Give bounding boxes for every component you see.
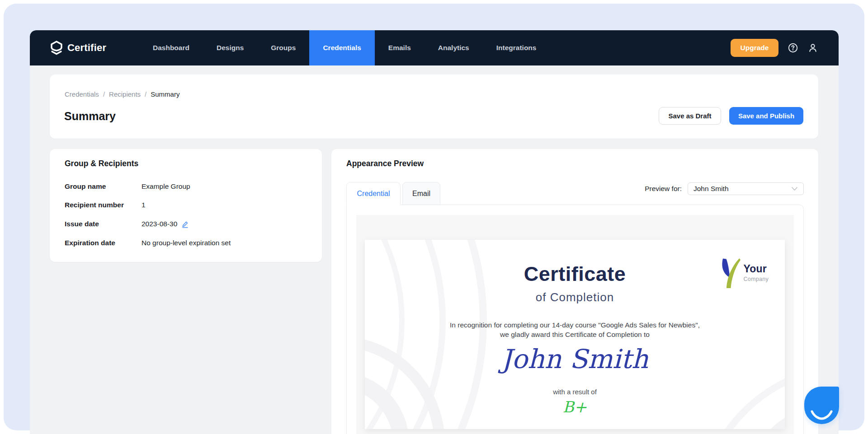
group-recipients-title: Group & Recipients: [65, 159, 138, 168]
chevron-down-icon: [791, 185, 798, 193]
certificate-body-line1: In recognition for completing our 14-day…: [365, 320, 785, 330]
expiration-date-label: Expiration date: [65, 239, 115, 247]
certificate-subtitle: of Completion: [365, 290, 785, 304]
breadcrumb-credentials[interactable]: Credentials: [65, 90, 99, 98]
app-window: Certifier Dashboard Designs Groups Crede…: [30, 30, 839, 434]
preview-for-label: Preview for:: [645, 185, 682, 193]
issue-date-label: Issue date: [65, 220, 99, 228]
chat-launcher-button[interactable]: [804, 387, 839, 424]
preview-tabs: Credential Email: [346, 182, 440, 205]
credential-tab-panel: Your Company Certificate of Completion I…: [346, 205, 804, 434]
user-account-icon[interactable]: [807, 42, 818, 53]
nav-item-dashboard[interactable]: Dashboard: [139, 30, 203, 65]
certificate-preview: Your Company Certificate of Completion I…: [365, 240, 785, 429]
stage: Certifier Dashboard Designs Groups Crede…: [0, 0, 868, 434]
brand-logo[interactable]: Certifier: [50, 30, 106, 65]
expiration-date-row: Expiration date No group-level expiratio…: [65, 239, 309, 248]
nav-menu: Dashboard Designs Groups Credentials Ema…: [139, 30, 550, 65]
nav-item-groups[interactable]: Groups: [257, 30, 309, 65]
certificate-preview-viewport: Your Company Certificate of Completion I…: [356, 215, 794, 434]
save-as-draft-button[interactable]: Save as Draft: [659, 107, 721, 125]
recipient-number-value: 1: [142, 201, 146, 209]
nav-item-designs[interactable]: Designs: [203, 30, 257, 65]
brand-name: Certifier: [67, 42, 106, 54]
breadcrumb: Credentials / Recipients / Summary: [65, 90, 179, 98]
breadcrumb-separator: /: [103, 90, 105, 98]
nav-item-analytics[interactable]: Analytics: [425, 30, 483, 65]
issue-date-value: 2023-08-30: [142, 220, 189, 228]
group-recipients-card: Group & Recipients Group name Example Gr…: [50, 149, 322, 262]
certifier-logo-icon: [50, 41, 63, 55]
group-name-label: Group name: [65, 182, 106, 191]
tab-credential[interactable]: Credential: [346, 182, 401, 205]
certificate-body-line2: we gladly award this Certificate of Comp…: [365, 330, 785, 339]
header-actions: Save as Draft Save and Publish: [659, 107, 803, 125]
save-and-publish-button[interactable]: Save and Publish: [729, 107, 803, 125]
expiration-date-value: No group-level expiration set: [142, 239, 231, 247]
recipient-number-label: Recipient number: [65, 201, 124, 209]
upgrade-button[interactable]: Upgrade: [731, 39, 778, 57]
group-name-value: Example Group: [142, 182, 190, 191]
preview-for-select[interactable]: John Smith: [688, 182, 804, 195]
nav-item-integrations[interactable]: Integrations: [483, 30, 550, 65]
tab-email[interactable]: Email: [402, 182, 440, 205]
chat-smile-icon: [804, 387, 839, 424]
issue-date-row: Issue date 2023-08-30: [65, 220, 309, 229]
preview-for: Preview for: John Smith: [645, 182, 804, 195]
issue-date-text: 2023-08-30: [142, 220, 177, 228]
breadcrumb-recipients[interactable]: Recipients: [109, 90, 141, 98]
nav-item-emails[interactable]: Emails: [375, 30, 425, 65]
page-title: Summary: [64, 110, 116, 123]
help-icon[interactable]: [788, 43, 798, 53]
navbar: Certifier Dashboard Designs Groups Crede…: [30, 30, 839, 65]
nav-item-credentials[interactable]: Credentials: [309, 30, 374, 65]
certificate-title: Certificate: [365, 262, 785, 286]
breadcrumb-separator: /: [145, 90, 146, 98]
edit-issue-date-icon[interactable]: [181, 220, 189, 228]
summary-header-card: Credentials / Recipients / Summary Summa…: [50, 75, 818, 139]
appearance-preview-card: Appearance Preview Credential Email Prev…: [331, 149, 818, 434]
breadcrumb-summary: Summary: [151, 90, 179, 98]
certificate-result-label: with a result of: [365, 388, 785, 396]
navbar-right: Upgrade: [731, 30, 818, 65]
appearance-preview-title: Appearance Preview: [346, 159, 424, 168]
certificate-recipient-name: John Smith: [365, 344, 785, 374]
preview-for-selected-value: John Smith: [693, 185, 791, 193]
certificate-result-value: B+: [365, 398, 785, 416]
group-name-row: Group name Example Group: [65, 182, 309, 191]
recipient-number-row: Recipient number 1: [65, 201, 309, 210]
certificate-body-text: In recognition for completing our 14-day…: [365, 320, 785, 339]
